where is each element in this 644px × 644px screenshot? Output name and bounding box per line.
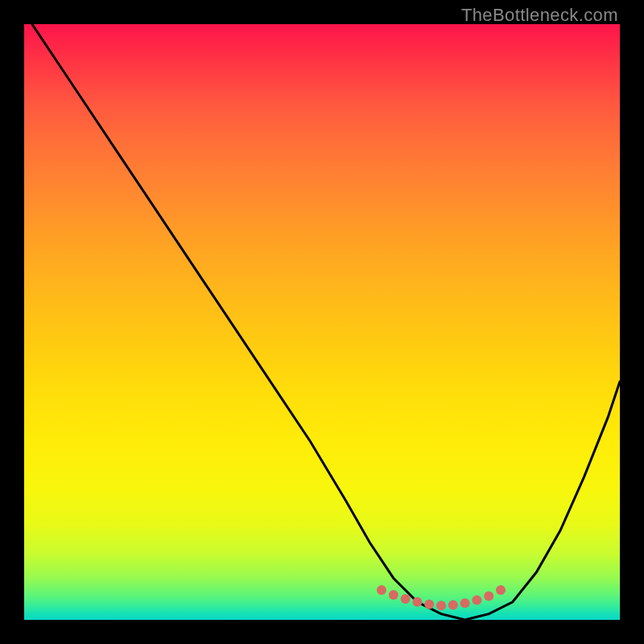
bottleneck-curve	[24, 24, 620, 620]
marker-dot	[412, 597, 422, 607]
marker-dot	[472, 596, 481, 605]
marker-dot	[496, 585, 506, 595]
marker-dot	[436, 601, 446, 610]
chart-svg	[24, 24, 620, 620]
marker-dot	[424, 600, 434, 609]
watermark-text: TheBottleneck.com	[461, 5, 618, 26]
plot-area	[24, 24, 620, 620]
marker-dot	[401, 594, 411, 604]
marker-dot	[377, 585, 386, 595]
chart-container: TheBottleneck.com	[0, 0, 644, 644]
marker-dot	[448, 601, 458, 610]
marker-dot	[484, 591, 493, 601]
marker-dot	[460, 598, 470, 608]
recommended-range-markers	[377, 585, 506, 610]
marker-dot	[389, 590, 398, 600]
